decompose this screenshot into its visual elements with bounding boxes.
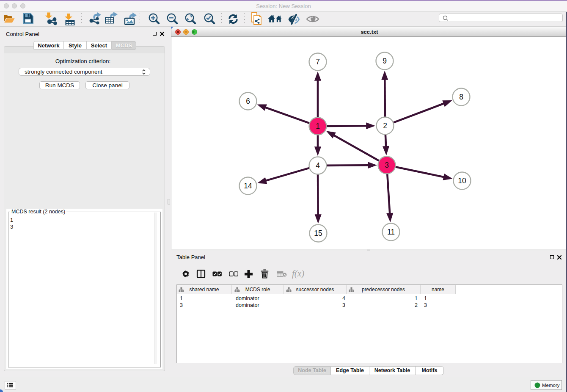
svg-text:7: 7 xyxy=(316,58,320,66)
svg-text:15: 15 xyxy=(314,229,322,237)
svg-text:4: 4 xyxy=(316,161,320,170)
svg-text:10: 10 xyxy=(458,177,466,185)
svg-text:8: 8 xyxy=(459,93,463,101)
svg-text:2: 2 xyxy=(383,121,387,130)
svg-text:3: 3 xyxy=(385,161,389,169)
svg-text:9: 9 xyxy=(383,57,387,65)
svg-text:1: 1 xyxy=(316,122,320,130)
svg-text:6: 6 xyxy=(246,97,250,105)
svg-text:14: 14 xyxy=(244,182,252,190)
svg-text:11: 11 xyxy=(387,228,395,236)
